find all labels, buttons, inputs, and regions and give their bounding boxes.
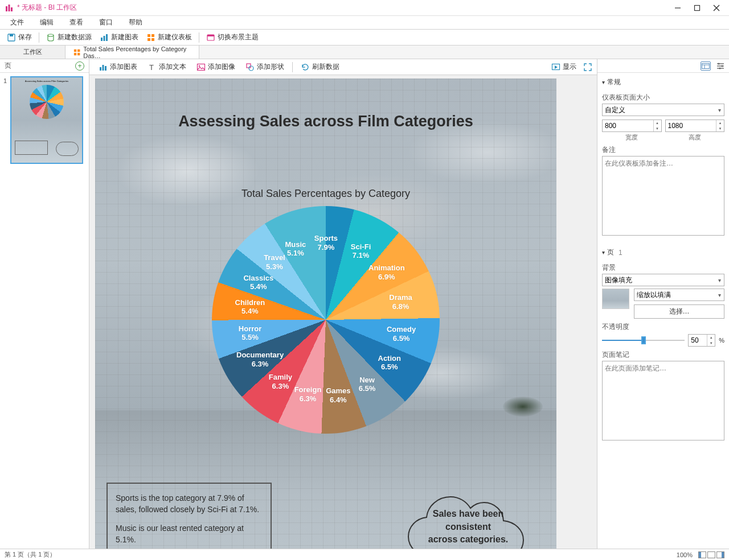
tab-dashboard[interactable]: Total Sales Percentages by Category Das… bbox=[65, 46, 199, 59]
page-size-select-wrap: 自定义 bbox=[602, 104, 724, 116]
new-chart-button[interactable]: 新建图表 bbox=[96, 31, 142, 43]
height-input[interactable]: ▲▼ bbox=[665, 120, 725, 132]
stepper-up-icon[interactable]: ▲ bbox=[716, 120, 724, 126]
properties-tab-settings-icon[interactable] bbox=[715, 61, 726, 71]
svg-rect-11 bbox=[104, 36, 105, 41]
new-datasource-button[interactable]: 新建数据源 bbox=[43, 31, 95, 43]
section-page: ▾ 页 1 背景 图像填充 缩放以填满 选择… 不透明度 bbox=[602, 245, 724, 442]
window-title: * 无标题 - BI 工作区 bbox=[17, 3, 673, 13]
view-mode-1-icon[interactable] bbox=[698, 551, 706, 558]
opacity-input[interactable]: ▲▼ bbox=[688, 334, 715, 347]
svg-point-30 bbox=[249, 66, 253, 71]
pages-panel-header: 页 + bbox=[0, 59, 89, 73]
dashboard-page[interactable]: Assessing Sales across Film Categories T… bbox=[95, 79, 556, 549]
add-chart-button[interactable]: 添加图表 bbox=[94, 61, 142, 73]
stepper-down-icon[interactable]: ▼ bbox=[707, 340, 715, 346]
dashboard-title[interactable]: Assessing Sales across Film Categories bbox=[95, 113, 556, 130]
canvas-area: 添加图表 T 添加文本 添加图像 添加形状 刷新数据 bbox=[89, 59, 597, 549]
svg-rect-12 bbox=[106, 34, 108, 41]
add-page-button[interactable]: + bbox=[75, 61, 84, 71]
svg-rect-20 bbox=[77, 49, 80, 51]
height-field[interactable] bbox=[666, 120, 716, 131]
section-general-header[interactable]: ▾ 常规 bbox=[602, 75, 724, 89]
svg-rect-27 bbox=[198, 64, 205, 70]
cloud-shape[interactable]: Sales have been consistent across catego… bbox=[403, 477, 534, 549]
bg-label: 背景 bbox=[602, 263, 724, 273]
bg-image-thumbnail[interactable] bbox=[602, 289, 629, 309]
window-controls bbox=[673, 3, 724, 13]
section-general-label: 常规 bbox=[607, 77, 621, 87]
svg-rect-22 bbox=[77, 52, 80, 55]
canvas-scroll[interactable]: Assessing Sales across Film Categories T… bbox=[89, 75, 597, 549]
present-button[interactable]: 显示 bbox=[549, 61, 579, 73]
svg-point-39 bbox=[721, 65, 723, 67]
menu-window[interactable]: 窗口 bbox=[91, 17, 121, 28]
refresh-data-button[interactable]: 刷新数据 bbox=[296, 61, 344, 73]
stepper-down-icon[interactable]: ▼ bbox=[716, 126, 724, 131]
svg-rect-1 bbox=[9, 5, 10, 11]
properties-tab-layout-icon[interactable] bbox=[701, 61, 711, 71]
svg-rect-18 bbox=[207, 35, 214, 36]
document-tabs: 工作区 Total Sales Percentages by Category … bbox=[0, 46, 729, 59]
menu-view[interactable]: 查看 bbox=[62, 17, 91, 28]
bg-scale-select[interactable]: 缩放以填满 bbox=[634, 289, 724, 301]
svg-rect-32 bbox=[702, 63, 710, 68]
new-dashboard-label: 新建仪表板 bbox=[158, 32, 192, 42]
play-icon bbox=[551, 63, 560, 72]
fullscreen-icon[interactable] bbox=[583, 63, 592, 72]
width-field[interactable] bbox=[603, 120, 653, 131]
section-general: ▾ 常规 仪表板页面大小 自定义 ▲▼ 宽度 ▲▼ 高度 bbox=[602, 75, 724, 237]
opacity-slider[interactable] bbox=[602, 336, 685, 345]
page-thumbnail[interactable]: Assessing Sales across Film Categories bbox=[10, 76, 83, 164]
choose-image-button[interactable]: 选择… bbox=[634, 304, 724, 319]
add-shape-button[interactable]: 添加形状 bbox=[241, 61, 289, 73]
stepper-up-icon[interactable]: ▲ bbox=[707, 335, 715, 340]
theme-icon bbox=[206, 33, 215, 42]
add-image-button[interactable]: 添加图像 bbox=[192, 61, 240, 73]
stepper-down-icon[interactable]: ▼ bbox=[654, 126, 661, 131]
refresh-label: 刷新数据 bbox=[312, 62, 339, 72]
switch-theme-button[interactable]: 切换布景主题 bbox=[203, 31, 262, 43]
annotation-line-1: Sports is the top category at 7.9% of sa… bbox=[116, 493, 263, 515]
svg-rect-25 bbox=[105, 66, 107, 71]
view-mode-2-icon[interactable] bbox=[707, 551, 715, 558]
menu-edit[interactable]: 编辑 bbox=[32, 17, 62, 28]
minimize-button[interactable] bbox=[673, 3, 682, 13]
chevron-down-icon: ▾ bbox=[602, 79, 605, 85]
page-number: 1 bbox=[3, 76, 10, 164]
view-mode-icons bbox=[698, 551, 724, 558]
pie-chart[interactable]: Sports7.9%Sci-Fi7.1%Animation6.9%Drama6.… bbox=[212, 206, 440, 434]
add-text-label: 添加文本 bbox=[159, 62, 186, 72]
tab-workspace[interactable]: 工作区 bbox=[0, 46, 65, 59]
properties-body: ▾ 常规 仪表板页面大小 自定义 ▲▼ 宽度 ▲▼ 高度 bbox=[597, 73, 729, 549]
section-page-number: 1 bbox=[619, 249, 622, 257]
page-thumbnail-item: 1 Assessing Sales across Film Categories bbox=[3, 76, 85, 164]
notes-label: 备注 bbox=[602, 145, 724, 155]
bg-fill-select[interactable]: 图像填充 bbox=[602, 274, 724, 286]
add-image-label: 添加图像 bbox=[208, 62, 235, 72]
width-label: 宽度 bbox=[602, 133, 662, 142]
close-button[interactable] bbox=[712, 3, 721, 13]
add-text-button[interactable]: T 添加文本 bbox=[143, 61, 191, 73]
page-size-select[interactable]: 自定义 bbox=[602, 104, 724, 116]
section-page-header[interactable]: ▾ 页 1 bbox=[602, 245, 724, 260]
page-size-label: 仪表板页面大小 bbox=[602, 93, 724, 102]
annotation-textbox[interactable]: Sports is the top category at 7.9% of sa… bbox=[107, 483, 272, 549]
opacity-field[interactable] bbox=[689, 335, 707, 346]
chart-icon bbox=[100, 33, 109, 42]
width-input[interactable]: ▲▼ bbox=[602, 120, 662, 132]
save-button[interactable]: 保存 bbox=[3, 31, 35, 43]
maximize-button[interactable] bbox=[693, 3, 702, 13]
svg-rect-15 bbox=[148, 38, 150, 41]
view-mode-3-icon[interactable] bbox=[716, 551, 724, 558]
menu-file[interactable]: 文件 bbox=[2, 17, 32, 28]
tab-workspace-label: 工作区 bbox=[23, 48, 42, 56]
page-notes-input[interactable] bbox=[602, 361, 724, 440]
zoom-level[interactable]: 100% bbox=[677, 551, 693, 558]
menu-help[interactable]: 帮助 bbox=[121, 17, 150, 28]
dashboard-notes-input[interactable] bbox=[602, 156, 724, 236]
stepper-up-icon[interactable]: ▲ bbox=[654, 120, 661, 126]
new-dashboard-button[interactable]: 新建仪表板 bbox=[143, 31, 195, 43]
dashboard-icon bbox=[73, 48, 80, 56]
percent-label: % bbox=[719, 337, 724, 344]
